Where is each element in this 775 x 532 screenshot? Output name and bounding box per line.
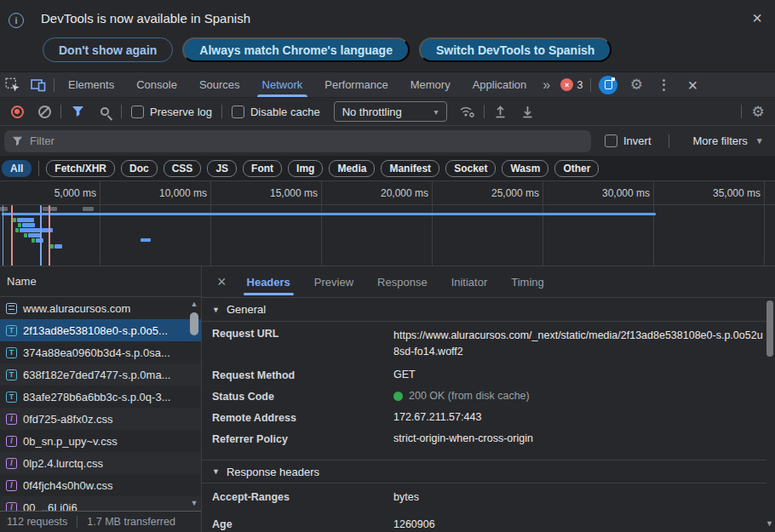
scroll-up-icon[interactable]: ▲: [191, 300, 198, 308]
filter-chip-other[interactable]: Other: [554, 160, 599, 177]
more-filters-label: More filters: [693, 134, 748, 147]
import-har-icon[interactable]: [487, 98, 514, 125]
collapse-triangle-icon: ▼: [212, 306, 220, 314]
scrollbar-thumb[interactable]: [766, 300, 773, 357]
export-har-icon[interactable]: [514, 98, 542, 125]
more-filters-button[interactable]: More filters ▼: [693, 134, 764, 147]
filter-chip-manifest[interactable]: Manifest: [381, 160, 439, 177]
disable-cache-toggle[interactable]: Disable cache: [232, 106, 320, 118]
request-name: 2f13ad8e538108e0-s.p.0o5...: [23, 324, 168, 337]
preserve-log-toggle[interactable]: Preserve log: [131, 106, 212, 118]
details-tab-preview[interactable]: Preview: [302, 266, 365, 297]
filter-input[interactable]: Filter: [4, 130, 591, 152]
separator: [121, 105, 122, 118]
tab-elements[interactable]: Elements: [57, 72, 125, 97]
tab-application[interactable]: Application: [462, 72, 538, 97]
request-row[interactable]: T2f13ad8e538108e0-s.p.0o5...: [0, 319, 201, 341]
settings-gear-icon[interactable]: ⚙: [623, 72, 650, 97]
infobar-close-icon[interactable]: ×: [752, 9, 762, 26]
invert-checkbox[interactable]: [605, 134, 617, 147]
details-scrollbar[interactable]: ▼: [765, 298, 775, 532]
filter-toggle-icon[interactable]: [64, 98, 91, 125]
request-list: www.aluracursos.comT2f13ad8e538108e0-s.p…: [0, 297, 201, 532]
filter-chip-fetch-xhr[interactable]: Fetch/XHR: [46, 160, 115, 177]
tab-memory[interactable]: Memory: [399, 72, 462, 97]
filter-chip-socket[interactable]: Socket: [445, 160, 496, 177]
details-tab-initiator[interactable]: Initiator: [439, 266, 500, 297]
kebab-menu-icon[interactable]: [650, 72, 677, 97]
filter-chip-media[interactable]: Media: [329, 160, 375, 177]
separator: [221, 105, 222, 118]
headers-sections: ▼GeneralRequest URLhttps://www.aluracurs…: [202, 298, 766, 532]
header-value: 200 OK (from disk cache): [393, 388, 530, 404]
header-value: 172.67.211.57:443: [393, 409, 481, 426]
details-tab-response[interactable]: Response: [365, 266, 439, 297]
waterfall-bar: [2, 213, 656, 215]
filter-chip-doc[interactable]: Doc: [121, 160, 158, 177]
tab-performance[interactable]: Performance: [313, 72, 399, 97]
match-chrome-language-button[interactable]: Always match Chrome's language: [182, 37, 410, 62]
request-name: 0fd725-a8fx0z.css: [23, 413, 113, 426]
request-row[interactable]: /0b_sn.p_upy~v.css: [0, 430, 201, 452]
network-conditions-icon[interactable]: [454, 98, 481, 125]
request-row[interactable]: T374a88ea0960b3d4-s.p.0sa...: [0, 341, 201, 363]
chevron-down-icon: ▼: [755, 136, 764, 146]
overview-tick-label: 15,000 ms: [270, 187, 318, 199]
device-toolbar-badge-icon[interactable]: [594, 72, 623, 97]
section-header-general[interactable]: ▼General: [202, 298, 766, 322]
scrollbar-thumb[interactable]: [190, 312, 198, 335]
tab-network[interactable]: Network: [251, 72, 314, 97]
record-network-log-icon[interactable]: [3, 98, 31, 125]
request-row[interactable]: T638f182e7ded7477-s.p.0ma...: [0, 363, 201, 386]
preserve-log-checkbox[interactable]: [131, 106, 144, 118]
close-devtools-icon[interactable]: ×: [677, 72, 708, 97]
filter-chip-img[interactable]: Img: [288, 160, 323, 177]
dont-show-again-button[interactable]: Don't show again: [43, 37, 173, 62]
clear-network-log-icon[interactable]: [31, 98, 58, 125]
search-icon[interactable]: [91, 98, 118, 125]
filter-chip-css[interactable]: CSS: [164, 160, 202, 177]
requests-scrollbar[interactable]: ▲ ▼: [188, 299, 200, 509]
request-name: 0lp2.4.lurctq.css: [23, 457, 103, 470]
filter-chip-wasm[interactable]: Wasm: [502, 160, 548, 177]
filter-chip-font[interactable]: Font: [243, 160, 282, 177]
filter-placeholder: Filter: [30, 134, 55, 147]
css-file-icon: /: [6, 458, 17, 469]
scroll-down-icon[interactable]: ▼: [766, 520, 773, 528]
request-row[interactable]: /0fd725-a8fx0z.css: [0, 408, 201, 430]
css-file-icon: /: [6, 414, 17, 425]
close-details-icon[interactable]: ×: [217, 274, 227, 289]
overview-graph[interactable]: 5,000 ms10,000 ms15,000 ms20,000 ms25,00…: [0, 181, 775, 266]
more-tabs-icon[interactable]: »: [537, 77, 555, 93]
tab-sources[interactable]: Sources: [188, 72, 251, 97]
separator: [669, 134, 669, 148]
separator: [38, 161, 39, 176]
section-header-response-headers[interactable]: ▼Response headers: [202, 460, 766, 483]
switch-to-spanish-button[interactable]: Switch DevTools to Spanish: [419, 37, 611, 62]
request-row[interactable]: www.aluracursos.com: [0, 297, 201, 319]
request-row[interactable]: T83afe278b6a6bb3c-s.p.0q-3...: [0, 386, 201, 408]
waterfall-bar: [3, 205, 3, 266]
header-value: GET: [393, 367, 416, 383]
scroll-down-icon[interactable]: ▼: [191, 500, 198, 507]
section-title: General: [227, 303, 266, 316]
font-file-icon: T: [6, 392, 17, 403]
details-tab-headers[interactable]: Headers: [235, 266, 302, 297]
name-column-header[interactable]: Name: [0, 266, 201, 297]
tab-console[interactable]: Console: [125, 72, 188, 97]
status-ok-dot-icon: [393, 392, 403, 401]
header-label: Remote Address: [212, 412, 393, 424]
network-settings-gear-icon[interactable]: ⚙: [744, 98, 772, 125]
waterfall-bar: [15, 228, 19, 232]
toggle-device-toolbar-icon[interactable]: [26, 72, 51, 97]
console-error-badge[interactable]: × 3: [555, 78, 588, 91]
request-row[interactable]: /0f4fjch4s0h0w.css: [0, 474, 201, 496]
filter-chip-all[interactable]: All: [2, 160, 32, 177]
invert-toggle[interactable]: Invert: [605, 134, 652, 147]
filter-chip-js[interactable]: JS: [207, 160, 237, 177]
inspect-element-icon[interactable]: [0, 72, 26, 97]
disable-cache-checkbox[interactable]: [232, 106, 244, 118]
throttling-select[interactable]: No throttling ▾: [334, 101, 447, 122]
request-row[interactable]: /0lp2.4.lurctq.css: [0, 452, 201, 474]
details-tab-timing[interactable]: Timing: [499, 266, 556, 297]
